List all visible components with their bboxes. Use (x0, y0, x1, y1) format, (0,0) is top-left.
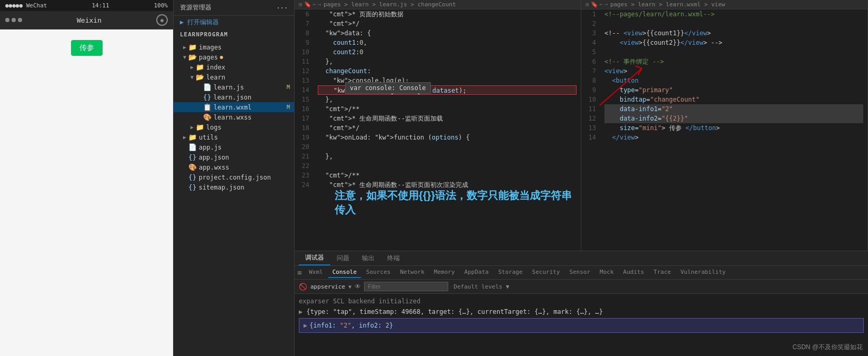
default-levels-label[interactable]: Default levels ▼ (453, 283, 509, 290)
debug-tab-输出[interactable]: 输出 (356, 252, 381, 265)
bookmark-icon: 🔖 (304, 1, 311, 8)
tree-item-images[interactable]: ▶📁images (174, 42, 294, 52)
line-number: 1 (586, 9, 596, 19)
console-tab-Wxml[interactable]: Wxml (305, 267, 327, 278)
file-icon: 📁 (188, 133, 197, 141)
console-tab-Security[interactable]: Security (528, 267, 564, 278)
console-tab-Mock[interactable]: Mock (596, 267, 618, 278)
chuanjia-button[interactable]: 传参 (71, 40, 103, 56)
eye-icon[interactable]: 👁 (355, 283, 361, 290)
file-label: images (199, 44, 221, 51)
file-tree: ▶📁images▼📂pages▶📁index▼📂learn📄learn.jsM{… (174, 40, 294, 356)
file-label: learn.wxss (214, 114, 251, 121)
console-tab-Memory[interactable]: Memory (430, 267, 459, 278)
line-number: 10 (586, 95, 596, 104)
line-number: 12 (586, 114, 596, 123)
console-tab-Vulnerability[interactable]: Vulnerability (676, 267, 730, 278)
code-line: }, (318, 57, 577, 66)
main-area: ⊞ 🔖 ← → pages > learn > learn.js > chang… (295, 0, 868, 356)
line-number: 24 (299, 180, 309, 190)
console-tab-Sensor[interactable]: Sensor (565, 267, 594, 278)
tree-item-utils[interactable]: ▶📁utils (174, 132, 294, 142)
tree-item-app-json[interactable]: {}app.json (174, 152, 294, 162)
right-breadcrumb-text: pages > learn > learn.wxml > view (610, 1, 725, 8)
tree-item-learn-js[interactable]: 📄learn.jsM (174, 82, 294, 92)
tree-item-learn[interactable]: ▼📂learn (174, 72, 294, 82)
left-code-content: "cmt">* 页面的初始数据 "cmt">*/ "kw">data: { co… (314, 9, 581, 190)
code-line: size="mini"> 传参 </button> (604, 123, 863, 133)
clear-icon[interactable]: 🚫 (299, 283, 307, 291)
file-label: project.config.json (199, 174, 271, 181)
tree-item-sitemap-json[interactable]: {}sitemap.json (174, 182, 294, 192)
tree-item-learn-wxml[interactable]: 📋learn.wxmlM (174, 102, 294, 112)
modified-label: M (287, 84, 290, 90)
tree-item-learn-json[interactable]: {}learn.json (174, 92, 294, 102)
circle-button[interactable]: ● (156, 14, 168, 26)
left-breadcrumb: ⊞ 🔖 ← → pages > learn > learn.js > chang… (295, 0, 460, 9)
dot-1 (5, 18, 9, 22)
file-icon: 📂 (188, 53, 197, 61)
dropdown-arrow[interactable]: ▼ (348, 284, 351, 290)
line-number: 7 (586, 66, 596, 76)
file-label: app.wxss (199, 164, 229, 171)
service-selector[interactable]: appservice (310, 283, 345, 290)
code-line: <!-- 事件绑定 --> (604, 57, 863, 66)
tree-item-index[interactable]: ▶📁index (174, 62, 294, 72)
file-icon: 📋 (203, 103, 211, 111)
open-editor-btn[interactable]: ▶ 打开编辑器 (174, 16, 294, 29)
tree-item-learn-wxss[interactable]: 🎨learn.wxss (174, 112, 294, 122)
console-tab-Network[interactable]: Network (396, 267, 428, 278)
explorer-panel: 资源管理器 ··· ▶ 打开编辑器 LEARNPROGRAM ▶📁images▼… (174, 0, 295, 356)
console-tab-Trace[interactable]: Trace (649, 267, 675, 278)
right-back-icon: ← (600, 1, 603, 8)
file-icon: 🎨 (203, 113, 211, 121)
debug-tab-调试器[interactable]: 调试器 (299, 251, 330, 265)
tree-item-pages[interactable]: ▼📂pages (174, 52, 294, 62)
explorer-header: 资源管理器 ··· (174, 0, 294, 16)
tree-item-logs[interactable]: ▶📁logs (174, 122, 294, 132)
debug-line: ▶ {type: "tap", timeStamp: 49668, target… (299, 306, 864, 317)
line-number: 21 (299, 152, 309, 161)
console-tab-Console[interactable]: Console (328, 267, 361, 278)
file-icon: 📁 (188, 43, 197, 51)
console-layout-icon[interactable]: ⊞ (298, 269, 301, 276)
code-line: "cmt">* 页面的初始数据 (318, 9, 577, 19)
debug-panel: 调试器问题输出终端 ⊞WxmlConsoleSourcesNetworkMemo… (295, 251, 868, 356)
tree-item-app-wxss[interactable]: 🎨app.wxss (174, 162, 294, 172)
code-line: "cmt">/** (318, 104, 577, 114)
console-tab-Sources[interactable]: Sources (362, 267, 395, 278)
status-bar: ●●●●● WeChat 14:11 100% (0, 0, 173, 11)
annotation-text: 注意，如果不使用{{}}语法，数字只能被当成字符串传入 (335, 190, 572, 215)
explorer-more-icon[interactable]: ··· (276, 4, 288, 12)
debug-tab-终端[interactable]: 终端 (381, 252, 406, 265)
code-line: count2:0 (318, 47, 577, 57)
folder-arrow-icon: ▶ (181, 44, 188, 50)
file-label: utils (199, 134, 218, 141)
folder-arrow-icon: ▶ (188, 64, 196, 70)
tree-item-project-config-json[interactable]: {}project.config.json (174, 172, 294, 182)
right-breadcrumb: ⊞ 🔖 ← → pages > learn > learn.wxml > vie… (581, 0, 729, 9)
console-tab-Audits[interactable]: Audits (619, 267, 649, 278)
console-tab-AppData[interactable]: AppData (460, 267, 493, 278)
line-number: 19 (299, 133, 309, 142)
dot-3 (18, 18, 22, 22)
dots-area (5, 18, 22, 22)
code-line: }, (318, 152, 577, 161)
tree-item-app-js[interactable]: 📄app.js (174, 142, 294, 152)
file-icon: 📁 (196, 123, 204, 131)
file-icon: 📄 (188, 143, 197, 151)
line-number: 11 (586, 104, 596, 114)
left-line-numbers: 6789101112131415161718192021222324 (295, 9, 314, 251)
code-line: }, (318, 95, 577, 104)
file-icon: {} (188, 153, 197, 161)
console-tab-Storage[interactable]: Storage (494, 267, 527, 278)
code-line: data-info1="2" (604, 104, 863, 114)
filter-input[interactable] (364, 282, 448, 291)
debug-tab-问题[interactable]: 问题 (330, 252, 356, 265)
code-line: <view> (604, 66, 863, 76)
code-line: "cmt">/** (318, 171, 577, 180)
file-label: learn (206, 74, 225, 81)
folder-arrow-icon: ▶ (188, 124, 196, 130)
battery-label: 100% (154, 2, 168, 9)
line-number: 14 (299, 85, 309, 95)
